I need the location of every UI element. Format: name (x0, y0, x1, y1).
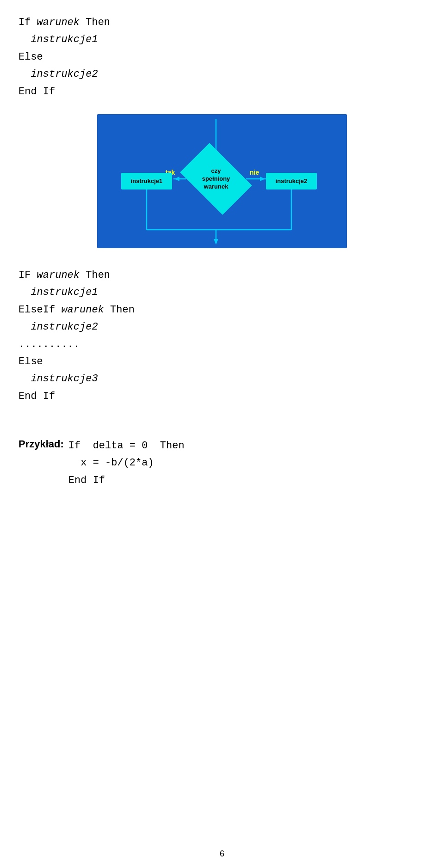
label-nie: nie (250, 169, 259, 176)
code-line-2: instrukcje1 (18, 31, 426, 48)
code-line-3: Else (18, 49, 426, 66)
code-block-1: If warunek Then instrukcje1 Else instruk… (18, 14, 426, 100)
cb2-line-1: IF warunek Then (18, 267, 426, 284)
przyklad-label: Przykład: (18, 437, 64, 450)
svg-marker-6 (260, 177, 265, 181)
cb2-line-3: ElseIf warunek Then (18, 301, 426, 318)
cb2-line-7: End If (18, 388, 426, 405)
przyklad-code: If delta = 0 Then x = -b/(2*a) End If (68, 437, 185, 489)
code-block-2: IF warunek Then instrukcje1 ElseIf warun… (18, 267, 426, 405)
page-content: If warunek Then instrukcje1 Else instruk… (0, 0, 444, 517)
przyklad-line-2: x = -b/(2*a) (68, 454, 185, 471)
przyklad-line-3: End If (68, 472, 185, 489)
przyklad-line-1: If delta = 0 Then (68, 437, 185, 454)
diamond-label: czyspełnionywarunek (186, 167, 246, 191)
cb2-line-2: instrukcje1 (18, 284, 426, 301)
svg-marker-3 (174, 177, 179, 181)
svg-marker-10 (214, 239, 218, 245)
przyklad-section: Przykład: If delta = 0 Then x = -b/(2*a)… (18, 437, 426, 489)
cb2-line-4: instrukcje2 (18, 318, 426, 336)
code-line-1: If warunek Then (18, 14, 426, 31)
box-instrukcje1: instrukcje1 (121, 173, 172, 189)
section-gap (18, 410, 426, 423)
box-instrukcje2: instrukcje2 (266, 173, 317, 189)
code-line-5: End If (18, 83, 426, 100)
page-number: 6 (220, 849, 224, 859)
code-line-4: instrukcje2 (18, 66, 426, 83)
diagram-container: czyspełnionywarunek tak nie instrukcje1 … (18, 114, 426, 248)
cb2-line-5: ..........Else (18, 336, 426, 371)
cb2-line-6: instrukcje3 (18, 370, 426, 387)
diagram-bg: czyspełnionywarunek tak nie instrukcje1 … (97, 114, 347, 248)
